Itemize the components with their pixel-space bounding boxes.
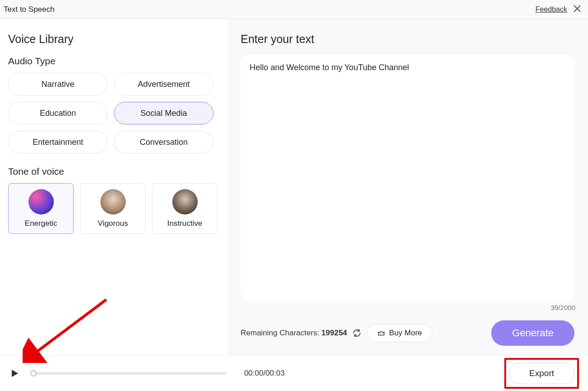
tone-vigorous[interactable]: Vigorous bbox=[80, 183, 146, 234]
text-input[interactable] bbox=[250, 63, 565, 293]
main-panel: Enter your text 39/2000 Remaining Charac… bbox=[227, 19, 588, 355]
audio-type-entertainment[interactable]: Entertainment bbox=[8, 131, 108, 153]
refresh-icon[interactable] bbox=[352, 329, 361, 338]
buy-more-button[interactable]: Buy More bbox=[367, 324, 432, 342]
audio-type-conversation[interactable]: Conversation bbox=[114, 131, 213, 153]
tone-title: Tone of voice bbox=[8, 166, 219, 177]
generate-button[interactable]: Generate bbox=[491, 320, 574, 346]
feedback-link[interactable]: Feedback bbox=[536, 5, 567, 14]
tone-label: Energetic bbox=[25, 219, 57, 228]
enter-text-title: Enter your text bbox=[241, 33, 574, 46]
header-actions: Feedback bbox=[536, 4, 582, 15]
time-display: 00:00/00:03 bbox=[244, 369, 285, 378]
audio-player: 00:00/00:03 Export bbox=[0, 355, 588, 391]
audio-type-education[interactable]: Education bbox=[8, 102, 108, 124]
tone-energetic[interactable]: Energetic bbox=[8, 183, 74, 234]
audio-type-narrative[interactable]: Narrative bbox=[8, 73, 108, 95]
buy-more-label: Buy More bbox=[389, 329, 422, 338]
voice-library-title: Voice Library bbox=[8, 33, 219, 46]
audio-type-title: Audio Type bbox=[8, 56, 219, 67]
app-title: Text to Speech bbox=[4, 5, 54, 14]
textarea-container: 39/2000 bbox=[241, 55, 574, 301]
remaining-value: 199254 bbox=[322, 329, 347, 337]
export-button[interactable]: Export bbox=[509, 362, 574, 384]
tone-grid: Energetic Vigorous Instructive bbox=[8, 183, 219, 234]
app-header: Text to Speech Feedback bbox=[0, 0, 588, 19]
remaining-characters: Remaining Characters: 199254 Buy More bbox=[241, 324, 432, 342]
close-icon[interactable] bbox=[573, 4, 582, 15]
progress-slider[interactable] bbox=[33, 372, 226, 375]
slider-thumb[interactable] bbox=[30, 370, 37, 377]
main-footer: Remaining Characters: 199254 Buy More Ge… bbox=[241, 304, 574, 355]
tone-label: Instructive bbox=[167, 219, 202, 228]
audio-type-advertisement[interactable]: Advertisement bbox=[114, 73, 213, 95]
tone-instructive[interactable]: Instructive bbox=[152, 183, 218, 234]
char-counter: 39/2000 bbox=[551, 304, 575, 311]
sidebar: Voice Library Audio Type Narrative Adver… bbox=[0, 19, 227, 355]
export-highlight: Export bbox=[504, 358, 579, 389]
tone-label: Vigorous bbox=[98, 219, 128, 228]
crown-icon bbox=[377, 329, 385, 337]
avatar bbox=[100, 189, 126, 215]
audio-type-social-media[interactable]: Social Media bbox=[114, 102, 213, 124]
remaining-label: Remaining Characters: bbox=[241, 329, 322, 337]
avatar bbox=[172, 189, 198, 215]
play-icon[interactable] bbox=[9, 368, 20, 379]
avatar bbox=[28, 189, 54, 215]
audio-type-grid: Narrative Advertisement Education Social… bbox=[8, 73, 219, 153]
